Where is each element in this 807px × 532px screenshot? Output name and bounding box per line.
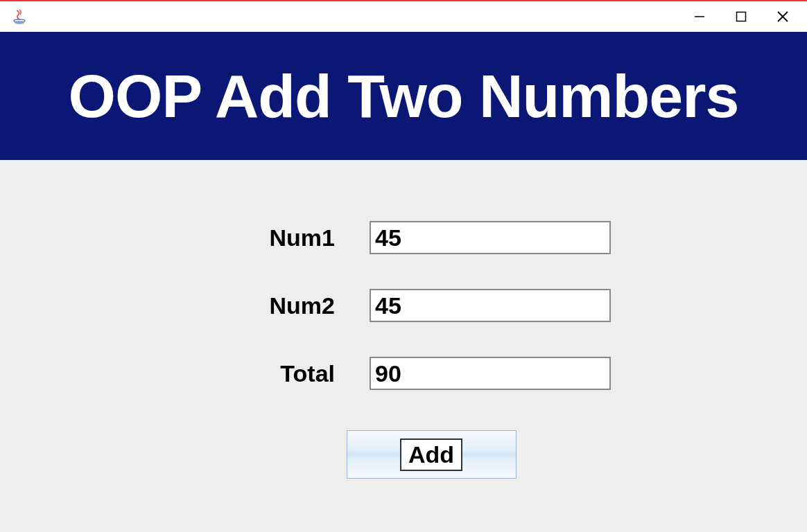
num2-row: Num2 (196, 289, 611, 322)
window-controls (684, 4, 801, 29)
num2-input[interactable] (370, 289, 611, 322)
add-button[interactable]: Add (347, 430, 517, 479)
form-area: Num1 Num2 Total Add (0, 160, 807, 532)
add-button-label: Add (400, 438, 462, 471)
total-row: Total (196, 357, 611, 390)
title-bar (0, 1, 807, 32)
header-banner: OOP Add Two Numbers (0, 32, 807, 160)
java-app-icon (11, 8, 28, 25)
num1-input[interactable] (370, 221, 611, 254)
num1-label: Num1 (196, 224, 335, 251)
close-button[interactable] (767, 4, 799, 29)
maximize-button[interactable] (725, 4, 757, 29)
application-window: OOP Add Two Numbers Num1 Num2 Total Add (0, 0, 807, 532)
content-pane: OOP Add Two Numbers Num1 Num2 Total Add (0, 32, 807, 532)
total-label: Total (196, 360, 335, 387)
minimize-button[interactable] (684, 4, 715, 29)
page-title: OOP Add Two Numbers (68, 61, 738, 132)
num1-row: Num1 (196, 221, 611, 254)
button-row: Add (0, 430, 807, 479)
svg-rect-3 (737, 12, 746, 21)
num2-label: Num2 (196, 292, 335, 319)
total-input[interactable] (370, 357, 611, 390)
